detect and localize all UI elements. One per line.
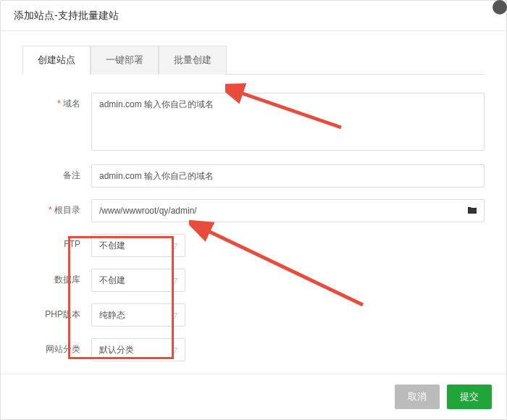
folder-icon[interactable] — [467, 206, 477, 217]
php-select-value: 纯静态 — [99, 309, 125, 322]
row-ftp: FTP 不创建 ▽ — [22, 234, 485, 257]
tab-one-click-deploy[interactable]: 一键部署 — [91, 46, 159, 75]
close-icon[interactable] — [493, 0, 507, 14]
label-ftp: FTP — [22, 234, 80, 249]
row-remark: 备注 — [22, 164, 485, 188]
domain-input[interactable] — [91, 93, 485, 151]
label-category: 网站分类 — [22, 338, 80, 356]
row-php: PHP版本 纯静态 ▽ — [22, 303, 485, 327]
tab-batch-create[interactable]: 批量创建 — [159, 46, 227, 75]
row-db: 数据库 不创建 ▽ — [22, 269, 485, 292]
modal-title: 添加站点-支持批量建站 — [14, 9, 119, 22]
chevron-down-icon: ▽ — [172, 346, 177, 354]
db-select-value: 不创建 — [99, 274, 125, 287]
category-select-value: 默认分类 — [99, 344, 134, 356]
remark-input[interactable] — [91, 164, 485, 188]
tab-create-site[interactable]: 创建站点 — [22, 46, 91, 75]
root-input[interactable] — [91, 199, 485, 222]
php-select[interactable]: 纯静态 ▽ — [91, 303, 185, 327]
db-select[interactable]: 不创建 ▽ — [91, 269, 185, 292]
row-domain: 域名 — [22, 93, 485, 153]
chevron-down-icon: ▽ — [172, 311, 177, 319]
row-root: 根目录 — [22, 199, 485, 222]
modal-footer: 取消 提交 — [1, 374, 506, 419]
chevron-down-icon: ▽ — [172, 242, 177, 250]
submit-button[interactable]: 提交 — [447, 385, 492, 409]
add-site-modal: 添加站点-支持批量建站 创建站点 一键部署 批量创建 域名 备注 根目录 — [0, 0, 507, 420]
modal-body: 创建站点 一键部署 批量创建 域名 备注 根目录 — [1, 31, 506, 380]
ftp-select-value: 不创建 — [99, 240, 125, 252]
category-select[interactable]: 默认分类 ▽ — [91, 338, 185, 361]
label-root: 根目录 — [22, 199, 80, 217]
tabs: 创建站点 一键部署 批量创建 — [22, 46, 485, 75]
chevron-down-icon: ▽ — [172, 277, 177, 285]
label-php: PHP版本 — [22, 303, 80, 321]
ftp-select[interactable]: 不创建 ▽ — [91, 234, 185, 257]
label-remark: 备注 — [22, 164, 80, 182]
label-domain: 域名 — [22, 93, 80, 110]
cancel-button[interactable]: 取消 — [395, 385, 440, 409]
row-category: 网站分类 默认分类 ▽ — [22, 338, 485, 361]
label-db: 数据库 — [22, 269, 80, 286]
modal-header: 添加站点-支持批量建站 — [1, 1, 506, 31]
